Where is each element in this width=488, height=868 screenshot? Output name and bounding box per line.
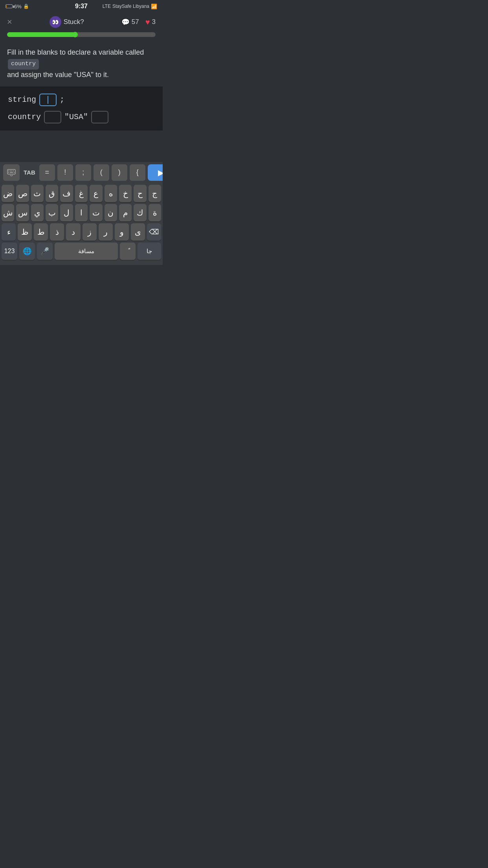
num-switch-button[interactable]: 123 bbox=[2, 243, 17, 260]
key-dhal[interactable]: ذ bbox=[50, 223, 64, 241]
blank-input-2[interactable] bbox=[44, 111, 61, 123]
svg-rect-2 bbox=[10, 170, 11, 171]
svg-rect-4 bbox=[13, 170, 14, 171]
code-literal-usa: "USA" bbox=[64, 112, 88, 121]
svg-rect-1 bbox=[8, 170, 9, 171]
network-type: LTE bbox=[103, 4, 111, 9]
battery-percent: 6% bbox=[14, 4, 22, 9]
stuck-avatar: 👀 bbox=[50, 16, 61, 28]
key-ta[interactable]: ت bbox=[90, 204, 102, 221]
key-ta-marb[interactable]: ة bbox=[149, 204, 161, 221]
keyboard-hide-button[interactable] bbox=[3, 164, 20, 181]
backspace-button[interactable]: ⌫ bbox=[147, 223, 161, 241]
key-dal[interactable]: د bbox=[66, 223, 80, 241]
space-bar[interactable]: مسافة bbox=[55, 243, 117, 260]
stuck-label: Stuck? bbox=[64, 18, 84, 26]
code-area: string ; country "USA" bbox=[0, 86, 163, 131]
keyboard-row-1: ض ص ث ق ف غ ع ه خ ح ج bbox=[2, 185, 161, 202]
lives-count: 3 bbox=[152, 18, 156, 26]
key-ghain[interactable]: غ bbox=[75, 185, 88, 202]
progress-fill bbox=[7, 32, 75, 37]
key-hamza[interactable]: ء bbox=[2, 223, 16, 241]
blank-input-1[interactable] bbox=[39, 94, 57, 106]
header-right: 💬 57 ♥ 3 bbox=[121, 18, 156, 27]
key-ha[interactable]: ح bbox=[134, 185, 146, 202]
code-keyword-string: string bbox=[8, 95, 36, 104]
progress-bar-container bbox=[0, 32, 163, 37]
sym-open-brace[interactable]: { bbox=[130, 164, 145, 181]
key-ha-big[interactable]: ه bbox=[105, 185, 117, 202]
sym-equals[interactable]: = bbox=[39, 164, 55, 181]
key-zha[interactable]: ظ bbox=[18, 223, 32, 241]
carrier-name: StaySafe Libyana bbox=[112, 4, 149, 9]
key-kaf[interactable]: ك bbox=[134, 204, 146, 221]
chat-button[interactable]: 💬 57 bbox=[121, 18, 139, 26]
key-ain[interactable]: ع bbox=[90, 185, 102, 202]
key-lam[interactable]: ل bbox=[60, 204, 73, 221]
key-qaf[interactable]: ق bbox=[46, 185, 58, 202]
battery-icon bbox=[6, 4, 13, 8]
question-area: Fill in the blanks to declare a variable… bbox=[0, 43, 163, 86]
run-button[interactable]: ▶ bbox=[148, 164, 163, 181]
key-ba[interactable]: ب bbox=[46, 204, 58, 221]
keyboard-row-2: ش س ي ب ل ا ت ن م ك ة bbox=[2, 204, 161, 221]
stuck-button[interactable]: 👀 Stuck? bbox=[50, 16, 84, 28]
key-fa[interactable]: ف bbox=[60, 185, 73, 202]
header: × 👀 Stuck? 💬 57 ♥ 3 bbox=[0, 12, 163, 32]
svg-rect-0 bbox=[7, 169, 15, 174]
close-button[interactable]: × bbox=[7, 18, 12, 26]
key-waw[interactable]: و bbox=[115, 223, 129, 241]
arabic-keyboard: ض ص ث ق ف غ ع ه خ ح ج ش س ي ب ل ا ت ن م … bbox=[0, 183, 163, 265]
sym-close-paren[interactable]: ) bbox=[112, 164, 127, 181]
key-tha[interactable]: ث bbox=[31, 185, 44, 202]
key-jeem[interactable]: ج bbox=[149, 185, 161, 202]
key-tah[interactable]: ط bbox=[34, 223, 48, 241]
status-bar: 6% 🔒 9:37 LTE StaySafe Libyana 📶 bbox=[0, 0, 163, 12]
key-ra[interactable]: ر bbox=[99, 223, 113, 241]
signal-icon: 📶 bbox=[151, 4, 157, 9]
content-spacer bbox=[0, 131, 163, 162]
key-alef[interactable]: ا bbox=[75, 204, 88, 221]
status-right: LTE StaySafe Libyana 📶 bbox=[103, 4, 157, 9]
key-sad[interactable]: ص bbox=[16, 185, 29, 202]
question-code-word: country bbox=[8, 59, 39, 70]
svg-rect-5 bbox=[8, 172, 9, 173]
time-display: 9:37 bbox=[75, 3, 88, 10]
code-line-1: string ; bbox=[8, 94, 155, 106]
key-zayn[interactable]: ز bbox=[83, 223, 97, 241]
tab-button[interactable]: TAB bbox=[22, 169, 37, 176]
sym-open-paren[interactable]: ( bbox=[94, 164, 109, 181]
heart-icon: ♥ bbox=[145, 18, 150, 27]
key-meem[interactable]: م bbox=[119, 204, 132, 221]
diacritic-button[interactable]: ً bbox=[120, 243, 136, 260]
question-text2: and assign the value "USA" to it. bbox=[7, 71, 109, 79]
progress-dot bbox=[72, 32, 78, 37]
globe-button[interactable]: 🌐 bbox=[19, 243, 35, 260]
mic-button[interactable]: 🎤 bbox=[37, 243, 53, 260]
lock-icon: 🔒 bbox=[23, 4, 29, 9]
question-text1: Fill in the blanks to declare a variable… bbox=[7, 48, 144, 56]
code-keyword-country: country bbox=[8, 112, 41, 121]
svg-rect-7 bbox=[14, 172, 15, 173]
sym-semicolon[interactable]: ; bbox=[75, 164, 91, 181]
key-kha[interactable]: خ bbox=[119, 185, 132, 202]
svg-rect-3 bbox=[11, 170, 12, 171]
keyboard-row-bottom: 123 🌐 🎤 مسافة ً جا bbox=[2, 243, 161, 260]
keyboard-toolbar: TAB = ! ; ( ) { ▶ bbox=[0, 162, 163, 183]
progress-track bbox=[7, 32, 156, 37]
key-shin[interactable]: ش bbox=[2, 204, 14, 221]
code-line-2: country "USA" bbox=[8, 111, 155, 123]
keyboard-row-3: ء ظ ط ذ د ز ر و ى ⌫ bbox=[2, 223, 161, 241]
key-nun[interactable]: ن bbox=[105, 204, 117, 221]
blank-input-3[interactable] bbox=[91, 111, 108, 123]
svg-rect-6 bbox=[10, 172, 13, 173]
key-seen[interactable]: س bbox=[16, 204, 29, 221]
sym-exclaim[interactable]: ! bbox=[57, 164, 73, 181]
key-dad[interactable]: ض bbox=[2, 185, 14, 202]
status-left: 6% 🔒 bbox=[6, 4, 29, 9]
chat-icon: 💬 bbox=[121, 18, 130, 26]
chat-count: 57 bbox=[132, 18, 139, 26]
key-alef-maqsura[interactable]: ى bbox=[131, 223, 145, 241]
key-ya[interactable]: ي bbox=[31, 204, 44, 221]
return-button[interactable]: جا bbox=[138, 243, 161, 260]
